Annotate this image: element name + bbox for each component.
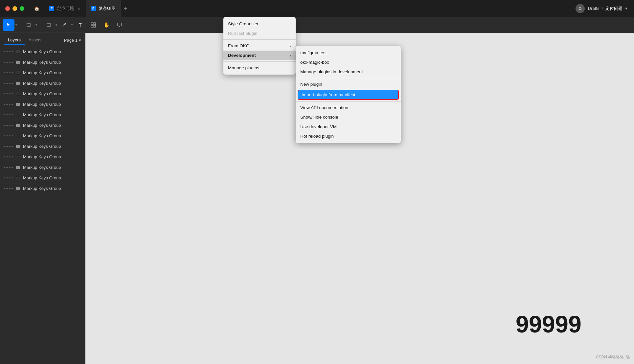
submenu-item-new-plugin[interactable]: New plugin [296, 80, 401, 89]
submenu-item-view-api[interactable]: View API documentation [296, 103, 401, 112]
layer-item-14[interactable]: Markup Keys Group [0, 183, 85, 193]
svg-rect-7 [94, 23, 96, 25]
layer-item-12[interactable]: Markup Keys Group [0, 162, 85, 172]
hand-tool-button[interactable]: ✋ [101, 19, 112, 31]
tab-label-2: 复杂UI图 [99, 6, 116, 11]
scale-tool-group: ▾ [23, 19, 37, 31]
layer-item-7[interactable]: Markup Keys Group [0, 109, 85, 120]
panel-tabs: Layers Assets• Page 1 ▾ [0, 33, 85, 45]
layer-label: Markup Keys Group [23, 91, 61, 96]
svg-rect-49 [16, 187, 20, 188]
svg-rect-17 [16, 73, 20, 73]
submenu-item-show-hide-console[interactable]: Show/Hide console [296, 112, 401, 122]
menu-item-from-okg[interactable]: From OKG › [223, 41, 296, 51]
layer-item-10[interactable]: Markup Keys Group [0, 141, 85, 151]
text-tool-button[interactable]: T [74, 19, 86, 31]
components-tool-button[interactable] [87, 19, 99, 31]
csdn-watermark: CSDN @骆骆骆_骆 [596, 354, 630, 360]
layer-group-icon [16, 144, 20, 148]
layer-drag-handle [4, 62, 13, 63]
comment-tool-button[interactable] [114, 19, 125, 31]
assets-tab[interactable]: Assets• [25, 35, 46, 45]
toolbar: ▾ ▾ ▾ ▾ [0, 17, 634, 33]
svg-rect-36 [16, 137, 20, 137]
components-icon [91, 22, 96, 28]
layer-item-9[interactable]: Markup Keys Group [0, 130, 85, 141]
submenu-item-developer-vm[interactable]: Use developer VM [296, 122, 401, 131]
layer-group-icon [16, 81, 20, 85]
svg-rect-19 [16, 82, 20, 83]
minimize-button[interactable] [12, 6, 17, 11]
layer-item-1[interactable]: Markup Keys Group [0, 46, 85, 57]
scale-dropdown-arrow[interactable]: ▾ [35, 23, 37, 27]
layer-item-13[interactable]: Markup Keys Group [0, 172, 85, 183]
menu-item-style-organizer[interactable]: Style Organizer [223, 19, 296, 29]
svg-rect-12 [16, 53, 20, 53]
maximize-button[interactable] [20, 6, 24, 11]
layer-group-icon [16, 175, 20, 180]
breadcrumb-dropdown-icon[interactable]: ▾ [625, 6, 627, 11]
close-button[interactable] [5, 6, 10, 11]
figma-icon: F [49, 6, 54, 11]
layer-item-2[interactable]: Markup Keys Group [0, 57, 85, 67]
tab-complex-ui[interactable]: F 复杂UI图 [86, 0, 121, 17]
menu-item-label: Development [228, 53, 256, 58]
layers-tab[interactable]: Layers [4, 35, 25, 45]
layer-item-4[interactable]: Markup Keys Group [0, 78, 85, 88]
breadcrumb-current: 定位问题 [605, 6, 623, 11]
select-tool-button[interactable] [3, 19, 14, 31]
shape-dropdown-arrow[interactable]: ▾ [56, 23, 57, 27]
tab-close-1[interactable]: ✕ [77, 6, 81, 11]
shape-tool-button[interactable] [43, 19, 55, 31]
layer-item-3[interactable]: Markup Keys Group [0, 67, 85, 78]
scale-icon [26, 23, 31, 27]
layer-label: Markup Keys Group [23, 81, 61, 86]
layer-item-5[interactable]: Markup Keys Group [0, 88, 85, 99]
add-tab-button[interactable]: + [121, 4, 130, 13]
svg-rect-35 [16, 136, 20, 136]
submenu-item-my-figma-test[interactable]: my figma test [296, 48, 401, 57]
avatar: O [576, 4, 585, 13]
submenu-item-okx-magic-box[interactable]: okx-magic-box [296, 57, 401, 67]
layer-group-icon [16, 123, 20, 127]
layer-item-8[interactable]: Markup Keys Group [0, 120, 85, 130]
scale-tool-button[interactable] [23, 19, 34, 31]
submenu-item-hot-reload[interactable]: Hot reload plugin [296, 131, 401, 141]
figma-icon-2: F [91, 6, 96, 11]
layer-label: Markup Keys Group [23, 186, 61, 191]
menu-item-development[interactable]: Development › [223, 51, 296, 60]
layer-item-11[interactable]: Markup Keys Group [0, 151, 85, 162]
pen-tool-button[interactable] [58, 19, 70, 31]
layer-item-6[interactable]: Markup Keys Group [0, 99, 85, 109]
layer-drag-handle [4, 146, 13, 147]
layer-group-icon [16, 133, 20, 138]
comment-icon [117, 22, 122, 28]
page-selector[interactable]: Page 1 ▾ [64, 38, 81, 43]
svg-rect-34 [16, 135, 20, 135]
tab-home[interactable]: 🏠 [30, 0, 44, 17]
svg-rect-5 [47, 23, 50, 27]
canvas-number: 99999 [516, 311, 581, 338]
layer-group-icon [16, 102, 20, 106]
select-dropdown-arrow[interactable]: ▾ [15, 23, 17, 27]
plugins-menu[interactable]: Style Organizer Run last plugin From OKG… [223, 17, 296, 75]
svg-rect-14 [16, 62, 20, 63]
tabs-area: 🏠 F 定位问题 ✕ F 复杂UI图 + [30, 0, 576, 17]
pen-dropdown-arrow[interactable]: ▾ [71, 23, 73, 27]
layer-group-icon [16, 154, 20, 159]
development-submenu[interactable]: my figma testokx-magic-boxManage plugins… [296, 46, 401, 143]
svg-rect-15 [16, 63, 20, 64]
toolbar-separator-1 [20, 21, 20, 29]
svg-rect-21 [16, 84, 20, 85]
select-tool-group: ▾ [3, 19, 17, 31]
submenu-item-manage-plugins-dev[interactable]: Manage plugins in development [296, 67, 401, 77]
submenu-item-label: Hot reload plugin [300, 134, 334, 139]
tab-positioning[interactable]: F 定位问题 ✕ [44, 0, 86, 17]
svg-rect-38 [16, 146, 20, 147]
menu-item-label: Style Organizer [228, 21, 259, 26]
layer-label: Markup Keys Group [23, 112, 61, 117]
layer-drag-handle [4, 114, 13, 115]
submenu-item-import-plugin[interactable]: Import plugin from manifest... [298, 90, 399, 100]
menu-item-manage-plugins[interactable]: Manage plugins... [223, 63, 296, 73]
layer-drag-handle [4, 93, 13, 94]
